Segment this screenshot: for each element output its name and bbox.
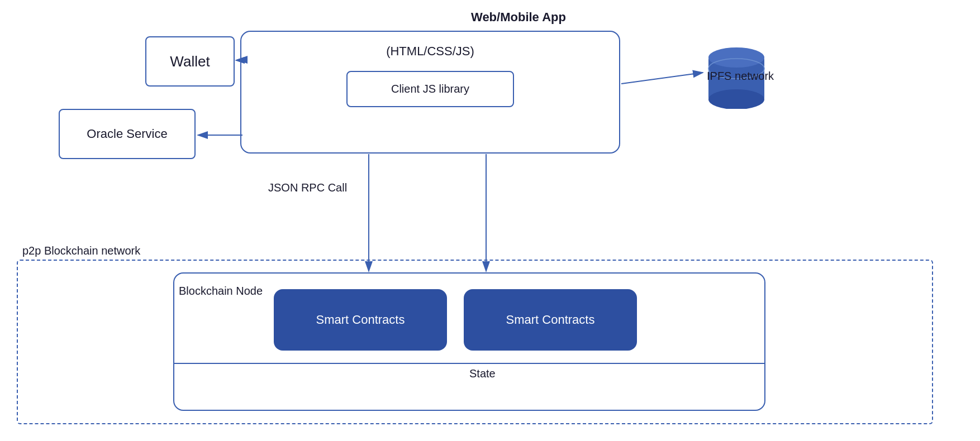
wallet-box: Wallet	[145, 36, 235, 87]
json-rpc-label: JSON RPC Call	[268, 181, 347, 194]
ipfs-label: IPFS network	[707, 70, 774, 83]
client-js-box: Client JS library	[346, 71, 514, 107]
oracle-box: Oracle Service	[59, 109, 196, 159]
svg-point-3	[708, 89, 764, 109]
wallet-label: Wallet	[170, 53, 210, 70]
web-app-label: Web/Mobile App	[471, 10, 566, 25]
smart-contract-1-box: Smart Contracts	[274, 289, 447, 351]
html-css-js-label: (HTML/CSS/JS)	[386, 44, 474, 59]
diagram-container: Web/Mobile App (HTML/CSS/JS) Client JS l…	[0, 0, 980, 441]
svg-line-10	[621, 73, 703, 84]
web-app-box: (HTML/CSS/JS) Client JS library	[240, 31, 620, 154]
smart-contract-1-label: Smart Contracts	[316, 313, 405, 327]
smart-contract-2-label: Smart Contracts	[506, 313, 595, 327]
oracle-label: Oracle Service	[87, 127, 167, 141]
p2p-label: p2p Blockchain network	[22, 245, 140, 257]
client-js-label: Client JS library	[391, 83, 469, 95]
blockchain-node-label: Blockchain Node	[179, 285, 263, 298]
state-divider	[173, 363, 765, 364]
state-label: State	[469, 367, 496, 380]
svg-point-1	[708, 47, 764, 68]
smart-contract-2-box: Smart Contracts	[464, 289, 637, 351]
